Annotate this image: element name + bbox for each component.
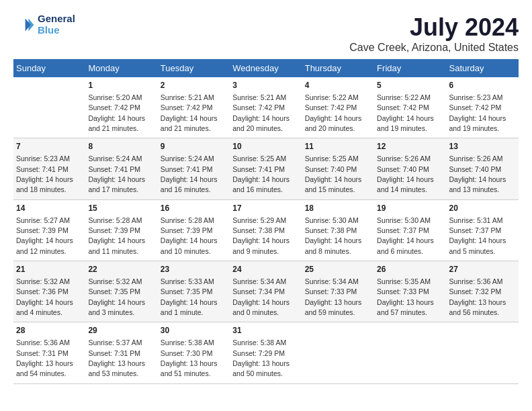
calendar-cell: 31Sunrise: 5:38 AM Sunset: 7:29 PM Dayli… bbox=[230, 322, 302, 383]
calendar-cell: 5Sunrise: 5:22 AM Sunset: 7:42 PM Daylig… bbox=[374, 77, 446, 138]
day-number: 4 bbox=[305, 80, 371, 91]
day-info: Sunrise: 5:30 AM Sunset: 7:37 PM Dayligh… bbox=[377, 216, 434, 255]
calendar-cell bbox=[13, 77, 85, 138]
day-number: 27 bbox=[449, 264, 516, 275]
calendar-cell: 1Sunrise: 5:20 AM Sunset: 7:42 PM Daylig… bbox=[85, 77, 157, 138]
day-info: Sunrise: 5:34 AM Sunset: 7:34 PM Dayligh… bbox=[232, 277, 290, 316]
calendar-cell: 16Sunrise: 5:28 AM Sunset: 7:39 PM Dayli… bbox=[158, 199, 230, 261]
day-info: Sunrise: 5:21 AM Sunset: 7:42 PM Dayligh… bbox=[232, 93, 290, 132]
week-row-5: 28Sunrise: 5:36 AM Sunset: 7:31 PM Dayli… bbox=[13, 322, 519, 383]
week-row-2: 7Sunrise: 5:23 AM Sunset: 7:41 PM Daylig… bbox=[13, 138, 519, 199]
page-header: General Blue July 2024 Cave Creek, Arizo… bbox=[13, 13, 519, 54]
day-info: Sunrise: 5:27 AM Sunset: 7:39 PM Dayligh… bbox=[16, 216, 73, 255]
day-info: Sunrise: 5:36 AM Sunset: 7:32 PM Dayligh… bbox=[449, 277, 506, 316]
calendar-cell: 28Sunrise: 5:36 AM Sunset: 7:31 PM Dayli… bbox=[13, 322, 85, 383]
calendar-cell: 4Sunrise: 5:22 AM Sunset: 7:42 PM Daylig… bbox=[302, 77, 374, 138]
day-number: 31 bbox=[232, 325, 299, 336]
day-number: 13 bbox=[449, 141, 516, 152]
day-number: 8 bbox=[88, 141, 154, 152]
calendar-cell: 14Sunrise: 5:27 AM Sunset: 7:39 PM Dayli… bbox=[13, 199, 85, 261]
day-number: 17 bbox=[232, 203, 299, 214]
week-row-1: 1Sunrise: 5:20 AM Sunset: 7:42 PM Daylig… bbox=[13, 77, 519, 138]
day-info: Sunrise: 5:25 AM Sunset: 7:41 PM Dayligh… bbox=[232, 154, 290, 193]
day-number: 29 bbox=[88, 325, 154, 336]
calendar-table: SundayMondayTuesdayWednesdayThursdayFrid… bbox=[13, 59, 519, 384]
day-number: 14 bbox=[16, 203, 83, 214]
day-number: 23 bbox=[161, 264, 227, 275]
calendar-cell: 25Sunrise: 5:34 AM Sunset: 7:33 PM Dayli… bbox=[302, 261, 374, 322]
day-number: 9 bbox=[161, 141, 227, 152]
calendar-cell: 24Sunrise: 5:34 AM Sunset: 7:34 PM Dayli… bbox=[230, 261, 302, 322]
calendar-cell: 26Sunrise: 5:35 AM Sunset: 7:33 PM Dayli… bbox=[374, 261, 446, 322]
day-number: 30 bbox=[161, 325, 227, 336]
calendar-cell: 8Sunrise: 5:24 AM Sunset: 7:41 PM Daylig… bbox=[85, 138, 157, 199]
logo-text: General Blue bbox=[38, 13, 75, 36]
day-info: Sunrise: 5:28 AM Sunset: 7:39 PM Dayligh… bbox=[161, 216, 218, 255]
day-header-thursday: Thursday bbox=[302, 59, 374, 77]
calendar-cell: 12Sunrise: 5:26 AM Sunset: 7:40 PM Dayli… bbox=[374, 138, 446, 199]
week-row-3: 14Sunrise: 5:27 AM Sunset: 7:39 PM Dayli… bbox=[13, 199, 519, 261]
day-info: Sunrise: 5:33 AM Sunset: 7:35 PM Dayligh… bbox=[161, 277, 218, 316]
calendar-cell bbox=[374, 322, 446, 383]
day-number: 26 bbox=[377, 264, 443, 275]
main-title: July 2024 bbox=[349, 13, 519, 42]
day-header-tuesday: Tuesday bbox=[158, 59, 230, 77]
day-number: 10 bbox=[232, 141, 299, 152]
calendar-cell: 29Sunrise: 5:37 AM Sunset: 7:31 PM Dayli… bbox=[85, 322, 157, 383]
calendar-body: 1Sunrise: 5:20 AM Sunset: 7:42 PM Daylig… bbox=[13, 77, 519, 383]
day-number: 24 bbox=[232, 264, 299, 275]
day-number: 20 bbox=[449, 203, 516, 214]
calendar-cell: 6Sunrise: 5:23 AM Sunset: 7:42 PM Daylig… bbox=[447, 77, 519, 138]
calendar-cell: 22Sunrise: 5:32 AM Sunset: 7:35 PM Dayli… bbox=[85, 261, 157, 322]
day-number: 2 bbox=[161, 80, 227, 91]
day-info: Sunrise: 5:32 AM Sunset: 7:35 PM Dayligh… bbox=[88, 277, 145, 316]
header-row: SundayMondayTuesdayWednesdayThursdayFrid… bbox=[13, 59, 519, 77]
day-info: Sunrise: 5:24 AM Sunset: 7:41 PM Dayligh… bbox=[161, 154, 218, 193]
day-number: 12 bbox=[377, 141, 443, 152]
title-area: July 2024 Cave Creek, Arizona, United St… bbox=[349, 13, 519, 54]
calendar-cell: 2Sunrise: 5:21 AM Sunset: 7:42 PM Daylig… bbox=[158, 77, 230, 138]
calendar-cell: 18Sunrise: 5:30 AM Sunset: 7:38 PM Dayli… bbox=[302, 199, 374, 261]
day-info: Sunrise: 5:38 AM Sunset: 7:30 PM Dayligh… bbox=[161, 338, 218, 377]
logo-icon bbox=[13, 14, 35, 36]
day-info: Sunrise: 5:31 AM Sunset: 7:37 PM Dayligh… bbox=[449, 216, 506, 255]
day-number: 22 bbox=[88, 264, 154, 275]
day-info: Sunrise: 5:26 AM Sunset: 7:40 PM Dayligh… bbox=[449, 154, 506, 193]
logo-line1: General bbox=[38, 13, 75, 25]
calendar-cell: 27Sunrise: 5:36 AM Sunset: 7:32 PM Dayli… bbox=[447, 261, 519, 322]
day-info: Sunrise: 5:29 AM Sunset: 7:38 PM Dayligh… bbox=[232, 216, 290, 255]
calendar-cell: 11Sunrise: 5:25 AM Sunset: 7:40 PM Dayli… bbox=[302, 138, 374, 199]
day-info: Sunrise: 5:23 AM Sunset: 7:41 PM Dayligh… bbox=[16, 154, 73, 193]
logo: General Blue bbox=[13, 13, 75, 36]
day-info: Sunrise: 5:37 AM Sunset: 7:31 PM Dayligh… bbox=[88, 338, 145, 377]
day-info: Sunrise: 5:25 AM Sunset: 7:40 PM Dayligh… bbox=[305, 154, 362, 193]
calendar-cell: 13Sunrise: 5:26 AM Sunset: 7:40 PM Dayli… bbox=[447, 138, 519, 199]
day-number: 16 bbox=[161, 203, 227, 214]
day-info: Sunrise: 5:21 AM Sunset: 7:42 PM Dayligh… bbox=[161, 93, 218, 132]
calendar-header: SundayMondayTuesdayWednesdayThursdayFrid… bbox=[13, 59, 519, 77]
day-number: 28 bbox=[16, 325, 83, 336]
day-number: 21 bbox=[16, 264, 83, 275]
day-header-saturday: Saturday bbox=[447, 59, 519, 77]
day-number: 18 bbox=[305, 203, 371, 214]
day-number: 15 bbox=[88, 203, 154, 214]
subtitle: Cave Creek, Arizona, United States bbox=[349, 42, 519, 54]
calendar-cell: 20Sunrise: 5:31 AM Sunset: 7:37 PM Dayli… bbox=[447, 199, 519, 261]
logo-line2: Blue bbox=[38, 25, 75, 36]
day-number: 11 bbox=[305, 141, 371, 152]
day-number: 25 bbox=[305, 264, 371, 275]
calendar-cell bbox=[447, 322, 519, 383]
day-header-wednesday: Wednesday bbox=[230, 59, 302, 77]
day-info: Sunrise: 5:38 AM Sunset: 7:29 PM Dayligh… bbox=[232, 338, 290, 377]
calendar-cell: 23Sunrise: 5:33 AM Sunset: 7:35 PM Dayli… bbox=[158, 261, 230, 322]
day-number: 6 bbox=[449, 80, 516, 91]
calendar-cell: 10Sunrise: 5:25 AM Sunset: 7:41 PM Dayli… bbox=[230, 138, 302, 199]
calendar-cell: 19Sunrise: 5:30 AM Sunset: 7:37 PM Dayli… bbox=[374, 199, 446, 261]
calendar-cell: 15Sunrise: 5:28 AM Sunset: 7:39 PM Dayli… bbox=[85, 199, 157, 261]
day-info: Sunrise: 5:22 AM Sunset: 7:42 PM Dayligh… bbox=[377, 93, 434, 132]
calendar-cell: 21Sunrise: 5:32 AM Sunset: 7:36 PM Dayli… bbox=[13, 261, 85, 322]
day-info: Sunrise: 5:28 AM Sunset: 7:39 PM Dayligh… bbox=[88, 216, 145, 255]
day-info: Sunrise: 5:34 AM Sunset: 7:33 PM Dayligh… bbox=[305, 277, 362, 316]
day-number: 3 bbox=[232, 80, 299, 91]
week-row-4: 21Sunrise: 5:32 AM Sunset: 7:36 PM Dayli… bbox=[13, 261, 519, 322]
